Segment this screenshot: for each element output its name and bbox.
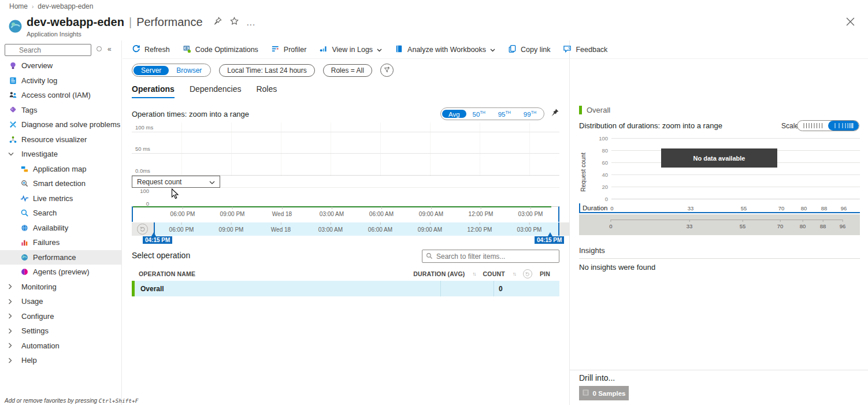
linear-scale-icon [803, 123, 824, 128]
pin-icon[interactable] [213, 17, 222, 28]
sidebar-group-investigate[interactable]: Investigate [0, 147, 121, 162]
operation-times-header: Operation times: zoom into a range Avg 5… [132, 107, 559, 120]
sidebar-item-availability[interactable]: Availability [0, 221, 121, 236]
distribution-title: Distribution of durations: zoom into a r… [579, 121, 722, 130]
brush-selection[interactable] [154, 222, 559, 236]
copy-link-button[interactable]: Copy link [508, 44, 550, 55]
sort-count-icon[interactable]: ↑↓ [513, 271, 515, 277]
refresh-icon [132, 44, 140, 55]
tab-roles[interactable]: Roles [256, 84, 277, 98]
operation-duration-cell [440, 281, 494, 296]
agg-option-95th[interactable]: 95TH [492, 110, 517, 118]
chevron-right-icon [8, 313, 17, 319]
sidebar-group-help[interactable]: Help [0, 353, 121, 368]
breadcrumb-home[interactable]: Home [9, 2, 28, 10]
chevron-down-icon [8, 152, 17, 156]
more-actions-icon[interactable]: ... [247, 20, 256, 25]
sidebar-item-application-map[interactable]: Application map [0, 162, 121, 177]
scale-label: Scale [781, 122, 799, 130]
agg-option-avg[interactable]: Avg [442, 110, 466, 118]
sidebar-group-settings[interactable]: Settings [0, 324, 121, 339]
sidebar-item-tags[interactable]: Tags [0, 103, 121, 118]
pin-chart-icon[interactable] [550, 108, 559, 120]
roles-filter-pill[interactable]: Roles = All [323, 64, 372, 77]
sidebar-item-activity-log[interactable]: Activity log [0, 73, 121, 88]
range-end-label: 04:15 PM [535, 236, 564, 244]
range-start-handle[interactable] [151, 232, 156, 236]
tag-icon [8, 105, 17, 114]
sidebar-group-usage[interactable]: Usage [0, 294, 121, 309]
sidebar-item-access-control[interactable]: Access control (IAM) [0, 88, 121, 103]
star-icon[interactable] [230, 17, 239, 28]
favorites-hint: Add or remove favorites by pressing Ctrl… [5, 397, 139, 404]
tab-dependencies[interactable]: Dependencies [190, 84, 242, 98]
sidebar-group-automation[interactable]: Automation [0, 339, 121, 354]
analyze-workbooks-button[interactable]: Analyze with Workbooks [395, 44, 495, 55]
add-filter-button[interactable] [380, 64, 394, 77]
distribution-chart[interactable]: 100 80 60 40 20 0 [611, 138, 860, 199]
request-count-timeline[interactable]: 06:00 PM 09:00 PM Wed 18 03:00 AM 06:00 … [132, 206, 559, 222]
column-duration-avg: DURATION (AVG) [413, 270, 465, 277]
sidebar-item-overview[interactable]: Overview [0, 58, 121, 73]
reset-pins-icon[interactable] [523, 269, 532, 278]
range-end-handle[interactable] [548, 232, 552, 236]
operation-count-cell: 0 [494, 285, 559, 293]
tab-operations[interactable]: Operations [132, 84, 175, 98]
agents-icon [20, 267, 29, 277]
operation-times-chart[interactable]: 100 ms 50 ms 0.0ms [132, 122, 559, 176]
no-data-overlay: No data available [661, 148, 777, 168]
agg-option-99th[interactable]: 99TH [517, 110, 543, 118]
logs-icon [319, 44, 328, 55]
scale-log-option[interactable] [828, 121, 859, 131]
y-tick-50ms: 50 ms [135, 146, 153, 152]
resource-type-subtitle: Application Insights [27, 31, 81, 38]
samples-button[interactable]: 0 Samples [579, 386, 629, 400]
sidebar-group-configure[interactable]: Configure [0, 309, 121, 324]
mini-chart-axis-line [220, 187, 559, 188]
copy-icon [508, 44, 517, 55]
time-range-pill[interactable]: Local Time: Last 24 hours [219, 64, 314, 77]
duration-range-brush[interactable]: 0 33 55 70 80 88 96 [579, 214, 860, 235]
sidebar-item-smart-detection[interactable]: Smart detection [0, 176, 121, 191]
scale-linear-option[interactable] [797, 121, 828, 131]
breadcrumb-resource[interactable]: dev-webapp-eden [38, 2, 93, 10]
brush-left-gutter [132, 222, 154, 236]
sidebar-item-live-metrics[interactable]: Live metrics [0, 191, 121, 206]
search-icon [426, 251, 433, 262]
sidebar-item-agents[interactable]: Agents (preview) [0, 265, 121, 280]
filter-items-search[interactable] [422, 250, 559, 263]
pulse-icon [20, 194, 29, 203]
reset-zoom-button[interactable] [137, 224, 148, 235]
sidebar-item-performance[interactable]: Performance [0, 250, 121, 265]
insights-heading: Insights [579, 246, 605, 255]
close-icon[interactable] [846, 17, 856, 28]
filter-items-input[interactable] [436, 252, 555, 261]
resource-visualizer-icon [8, 135, 17, 144]
agg-option-50th[interactable]: 50TH [466, 110, 492, 118]
server-browser-toggle: Server Browser [132, 64, 211, 77]
brush-right-gutter [559, 222, 569, 236]
server-toggle-option[interactable]: Server [133, 66, 169, 75]
chevron-down-icon [490, 46, 495, 54]
operation-row-overall[interactable]: Overall 0 [132, 281, 559, 296]
time-range-brush: 06:00 PM 09:00 PM Wed 18 03:00 AM 06:00 … [132, 222, 569, 236]
sidebar-nav: Overview Activity log Access control (IA… [0, 58, 121, 368]
metric-dropdown[interactable]: Request count [132, 176, 220, 188]
sidebar-item-failures[interactable]: Failures [0, 235, 121, 250]
sidebar-group-monitoring[interactable]: Monitoring [0, 280, 121, 295]
sort-duration-icon[interactable]: ↑↓ [473, 271, 476, 277]
sidebar-item-resource-visualizer[interactable]: Resource visualizer [0, 132, 121, 147]
operation-name-cell: Overall [135, 285, 440, 293]
browser-toggle-option[interactable]: Browser [169, 66, 209, 75]
sidebar-item-diagnose[interactable]: Diagnose and solve problems [0, 117, 121, 132]
operation-times-title: Operation times: zoom into a range [132, 110, 249, 118]
sidebar-item-search[interactable]: Search [0, 206, 121, 221]
collapse-sidebar-icon[interactable]: « [107, 45, 112, 53]
circle-icon[interactable] [97, 46, 102, 51]
sidebar-search-input[interactable] [5, 44, 91, 56]
code-optimizations-button[interactable]: Code Optimizations [183, 44, 258, 55]
feedback-button[interactable]: Feedback [563, 44, 607, 55]
profiler-button[interactable]: Profiler [271, 44, 307, 55]
refresh-button[interactable]: Refresh [132, 44, 170, 55]
view-in-logs-button[interactable]: View in Logs [319, 44, 382, 55]
